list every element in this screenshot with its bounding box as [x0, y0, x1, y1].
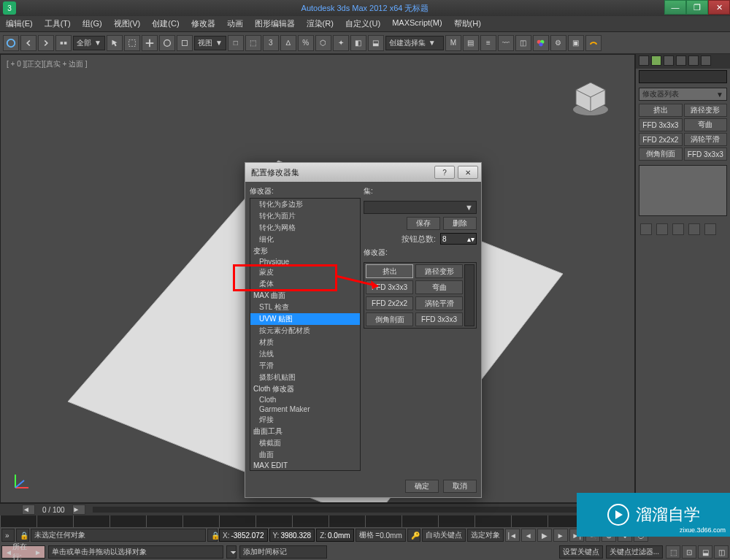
- redo-button[interactable]: [38, 35, 54, 51]
- list-item[interactable]: Cloth 修改器: [250, 383, 360, 395]
- grid-button[interactable]: 挤出: [366, 264, 413, 278]
- material-editor-button[interactable]: [533, 35, 549, 51]
- rotate-button[interactable]: [159, 35, 175, 51]
- menu-item[interactable]: 自定义(U): [339, 16, 386, 31]
- grid-button[interactable]: FFD 3x3x3: [366, 280, 413, 294]
- list-item[interactable]: 蒙皮: [250, 266, 360, 278]
- script-button[interactable]: »: [1, 529, 15, 542]
- pin-stack-icon[interactable]: [640, 223, 652, 235]
- modify-tab[interactable]: [651, 55, 661, 66]
- timeslider-prev[interactable]: ◄: [22, 505, 35, 515]
- minimize-button[interactable]: —: [664, 0, 686, 15]
- motion-tab[interactable]: [676, 55, 686, 66]
- utilities-tab[interactable]: [701, 55, 711, 66]
- menu-item[interactable]: 编辑(E): [0, 16, 39, 31]
- modifier-button[interactable]: 挤出: [639, 104, 683, 117]
- keyfilter-button[interactable]: 关键点过滤器...: [606, 545, 663, 559]
- modifier-button[interactable]: FFD 3x3x3: [684, 147, 728, 161]
- modifier-stack[interactable]: [639, 165, 727, 216]
- save-button[interactable]: 保存: [407, 217, 440, 230]
- dialog-close-button[interactable]: ✕: [458, 166, 478, 179]
- object-name-field[interactable]: [639, 70, 727, 83]
- modifier-button[interactable]: FFD 3x3x3: [639, 118, 683, 131]
- menu-item[interactable]: 帮助(H): [448, 16, 487, 31]
- list-item[interactable]: 横截面: [250, 437, 360, 449]
- list-item[interactable]: 转化为多边形: [250, 199, 360, 210]
- curve-editor-button[interactable]: 〰: [498, 35, 514, 51]
- toolbar-button[interactable]: ⬚: [245, 35, 261, 51]
- viewport-label[interactable]: [ + 0 ][正交][真实 + 边面 ]: [7, 59, 88, 69]
- modifier-button[interactable]: 涡轮平滑: [684, 133, 728, 146]
- grid-scrollbar[interactable]: [464, 264, 474, 326]
- undo-button[interactable]: [20, 35, 36, 51]
- list-item[interactable]: 平滑: [250, 360, 360, 372]
- button-count-spinner[interactable]: 8▴▾: [440, 233, 477, 245]
- list-item[interactable]: 转化为面片: [250, 210, 360, 222]
- lock-icon[interactable]: 🔒: [207, 529, 218, 542]
- hierarchy-tab[interactable]: [664, 55, 674, 66]
- nav-button[interactable]: ⬚: [666, 545, 680, 559]
- timeslider-next[interactable]: ►: [72, 505, 85, 515]
- list-item[interactable]: 摄影机贴图: [250, 372, 360, 383]
- list-item[interactable]: 焊接: [250, 414, 360, 426]
- lock-selection-button[interactable]: 🔒: [16, 529, 29, 542]
- remove-modifier-icon[interactable]: [688, 223, 700, 235]
- list-item[interactable]: STL 检查: [250, 302, 360, 313]
- set-dropdown[interactable]: ▼: [364, 201, 477, 214]
- viewcube[interactable]: [569, 77, 612, 120]
- maximize-button[interactable]: ❐: [686, 0, 708, 15]
- time-tag-icon[interactable]: ⏷: [226, 545, 237, 559]
- render-frame-button[interactable]: ▣: [568, 35, 584, 51]
- key-mode-button[interactable]: 🔑: [407, 529, 420, 542]
- list-item[interactable]: MAX EDIT: [250, 461, 360, 470]
- grid-button[interactable]: 倒角剖面: [366, 312, 413, 326]
- menu-item[interactable]: 图形编辑器: [249, 16, 301, 31]
- menu-item[interactable]: 创建(C): [146, 16, 185, 31]
- render-button[interactable]: [585, 35, 602, 51]
- select-region-button[interactable]: [124, 35, 140, 51]
- scale-button[interactable]: [177, 35, 193, 51]
- list-item[interactable]: Physique: [250, 257, 360, 266]
- y-coord[interactable]: Y:3980.328: [269, 529, 315, 542]
- ok-button[interactable]: 确定: [405, 480, 439, 493]
- dialog-titlebar[interactable]: 配置修改器集 ? ✕: [245, 163, 481, 182]
- menu-item[interactable]: 渲染(R): [301, 16, 339, 31]
- modifier-button[interactable]: 路径变形: [684, 104, 728, 117]
- list-item[interactable]: Cloth: [250, 395, 360, 404]
- delete-button[interactable]: 删除: [443, 217, 477, 230]
- toolbar-button[interactable]: [3, 35, 19, 51]
- display-tab[interactable]: [688, 55, 699, 66]
- z-coord[interactable]: Z:0.0mm: [316, 529, 353, 542]
- modifier-button[interactable]: 弯曲: [684, 118, 728, 131]
- toolbar-button[interactable]: ✦: [333, 35, 349, 51]
- mirror-button[interactable]: M: [445, 35, 461, 51]
- toolbar-button[interactable]: ⬓: [368, 35, 384, 51]
- align-button[interactable]: ▤: [463, 35, 479, 51]
- menu-item[interactable]: 工具(T): [39, 16, 77, 31]
- list-item[interactable]: 转化为网格: [250, 222, 360, 234]
- toolbar-button[interactable]: ◧: [350, 35, 366, 51]
- list-item[interactable]: 材质: [250, 337, 360, 348]
- autokey-button[interactable]: 自动关键点: [422, 529, 466, 542]
- setkey-button[interactable]: 设置关键点: [559, 545, 603, 559]
- modifiers-list[interactable]: 转化为多边形转化为面片转化为网格细化变形Physique蒙皮柔体MAX 曲面ST…: [250, 198, 361, 471]
- list-item[interactable]: 细化: [250, 234, 360, 245]
- create-tab[interactable]: [639, 55, 649, 66]
- move-button[interactable]: [142, 35, 158, 51]
- list-item[interactable]: MAX 曲面: [250, 290, 360, 302]
- percent-snap-button[interactable]: %: [298, 35, 314, 51]
- list-item[interactable]: 法线: [250, 348, 360, 360]
- list-item[interactable]: 曲面工具: [250, 426, 360, 437]
- x-coord[interactable]: X:-3852.072: [219, 529, 268, 542]
- prev-frame-button[interactable]: ◄: [521, 529, 536, 542]
- grid-button[interactable]: FFD 2x2x2: [366, 296, 413, 310]
- named-selection-dropdown[interactable]: 创建选择集▼: [385, 36, 444, 50]
- make-unique-icon[interactable]: [672, 223, 684, 235]
- next-frame-button[interactable]: ►: [553, 529, 568, 542]
- angle-snap-button[interactable]: ∆: [280, 35, 296, 51]
- list-item[interactable]: 曲面: [250, 449, 360, 461]
- list-item[interactable]: 变形: [250, 245, 360, 257]
- nav-button[interactable]: ◫: [714, 545, 729, 559]
- play-button[interactable]: ▶: [537, 529, 552, 542]
- snap-button[interactable]: 3: [263, 35, 279, 51]
